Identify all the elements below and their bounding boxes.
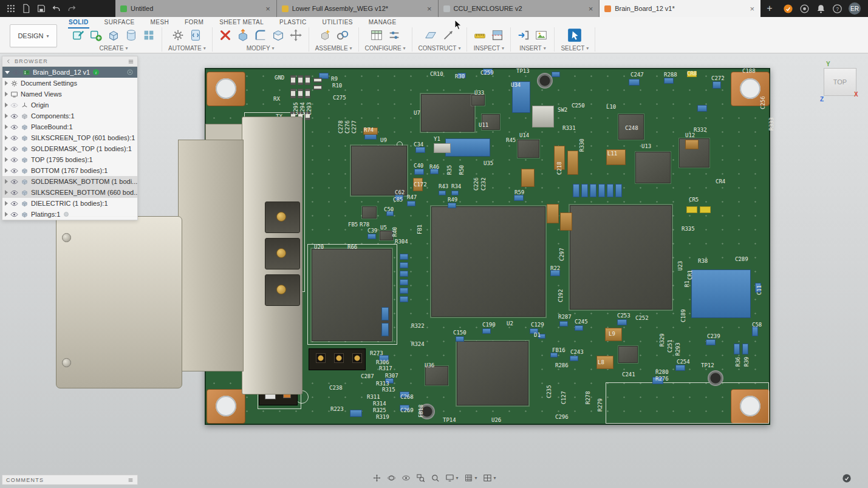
ic-chip-small[interactable] [380,231,393,240]
help-icon[interactable]: ? [832,4,842,14]
close-tab-icon[interactable]: × [426,4,433,13]
capacitor-blue[interactable] [400,288,408,294]
pan-icon[interactable] [372,473,381,483]
smd-passive[interactable] [290,75,296,85]
capacitor-blue[interactable] [607,184,613,197]
ribbon-tab-mesh[interactable]: MESH [150,18,170,29]
expand-arrow-icon[interactable] [5,92,8,97]
tool-group-dropdown-automate[interactable]: AUTOMATE▾ [168,45,206,52]
joint-icon[interactable] [336,29,349,42]
smd-passive[interactable] [290,89,296,98]
ribbon-tab-manage[interactable]: MANAGE [368,18,397,29]
dsub-gold-pin[interactable] [276,248,286,258]
info-icon[interactable]: i [92,69,100,76]
capacitor-blue[interactable] [400,262,408,268]
quick-menu-icon[interactable] [842,473,852,483]
tool-group-dropdown-modify[interactable]: MODIFY▾ [247,45,275,52]
ic-chip[interactable] [312,249,392,341]
test-point[interactable] [537,73,553,89]
expand-arrow-icon[interactable] [5,168,8,173]
ic-chip-small[interactable] [518,140,539,158]
component-tan[interactable] [685,140,699,149]
ic-chip[interactable] [431,206,545,317]
browser-row-placebound-1[interactable]: PlaceBound:1 [2,121,137,132]
eye-icon[interactable] [12,69,20,76]
browser-row-top-1795-bodies-1[interactable]: TOP (1795 bodies):1 [2,154,137,165]
capacitor-blue[interactable] [697,105,707,112]
expand-arrow-icon[interactable] [5,124,8,129]
scripts-icon[interactable] [189,29,202,42]
ic-chip-small[interactable] [425,366,448,385]
new-component-icon[interactable] [318,29,332,42]
variants-icon[interactable] [388,29,401,42]
smd-passive[interactable] [305,75,310,85]
target-icon[interactable] [126,69,134,76]
dsub-connector-body[interactable] [178,140,244,371]
tool-group-dropdown-select[interactable]: SELECT▾ [561,45,589,52]
expand-arrow-icon[interactable] [5,146,8,151]
user-avatar[interactable]: ER [849,2,861,15]
configure-table-icon[interactable] [370,29,383,42]
browser-row-silkscreen-top-601-bodies-1[interactable]: SILKSCREEN_TOP (601 bodies):1 [2,132,137,143]
comments-bar[interactable]: COMMENTS [2,475,138,485]
capacitor-blue[interactable] [367,234,376,239]
fillet-icon[interactable] [254,29,267,42]
plane-icon[interactable] [424,29,437,42]
capacitor-blue[interactable] [400,271,408,277]
component-yellow[interactable] [700,206,711,213]
component-silver[interactable] [434,143,451,153]
eye-icon[interactable] [10,145,18,153]
capacitor-blue[interactable] [414,169,424,175]
ic-chip-small[interactable] [618,346,638,363]
grid-snaps-icon[interactable] [463,473,473,483]
zoom-icon[interactable] [430,473,439,483]
caret-down-icon[interactable]: ▾ [456,475,458,481]
ribbon-tab-utilities[interactable]: UTILITIES [322,18,354,29]
browser-row-silkscreen-bottom-660-bod[interactable]: SILKSCREEN_BOTTOM (660 bod... [2,187,137,198]
redo-icon[interactable] [67,4,77,13]
expand-arrow-icon[interactable] [5,157,8,162]
orbit-icon[interactable] [386,473,395,483]
capacitor-blue[interactable] [550,353,558,358]
tool-group-dropdown-assemble[interactable]: ASSEMBLE▾ [315,45,352,52]
browser-row-document-settings[interactable]: Document Settings [2,78,137,89]
capacitor-blue[interactable] [552,72,560,77]
apps-grid-icon[interactable] [6,4,16,13]
expand-arrow-icon[interactable] [5,201,8,206]
insert-icon[interactable] [517,29,530,42]
capacitor-blue[interactable] [590,184,596,197]
zoom-window-icon[interactable] [415,473,425,483]
capacitor-blue[interactable] [400,279,408,285]
menu-icon[interactable] [128,477,134,483]
browser-row-platings-1[interactable]: Platings:1 [2,209,137,220]
smd-passive[interactable] [305,89,310,98]
header-pin[interactable] [334,353,344,363]
expand-arrow-icon[interactable] [5,81,8,86]
eye-icon[interactable] [10,156,18,164]
component-tan[interactable] [547,204,559,223]
circle-icon[interactable] [63,211,70,218]
caret-down-icon[interactable]: ▾ [494,475,496,481]
expand-arrow-icon[interactable] [5,135,8,140]
capacitor-blue[interactable] [381,307,389,320]
delete-icon[interactable] [219,29,232,42]
caret-down-icon[interactable]: ▾ [474,475,477,481]
eye-icon[interactable] [10,123,18,131]
new-tab-button[interactable]: + [760,0,779,17]
capacitor-blue[interactable] [456,336,464,342]
eye-icon[interactable] [10,211,18,219]
component-tan[interactable] [560,212,572,231]
capacitor-blue[interactable] [514,195,524,201]
ribbon-tab-solid[interactable]: SOLID [68,18,89,29]
browser-row-dielectric-1-bodies-1[interactable]: DIELECTRIC (1 bodies):1 [2,198,137,209]
smd-passive[interactable] [313,78,322,83]
extensions-icon[interactable] [799,4,810,14]
capacitor-blue[interactable] [573,184,579,197]
capacitor-blue[interactable] [482,328,491,334]
ic-chip[interactable] [457,341,528,405]
component-silver[interactable] [532,106,554,127]
capacitor-blue[interactable] [451,191,459,195]
ic-chip[interactable] [351,146,407,195]
decal-icon[interactable] [535,29,548,42]
browser-row-origin[interactable]: Origin [2,100,137,110]
